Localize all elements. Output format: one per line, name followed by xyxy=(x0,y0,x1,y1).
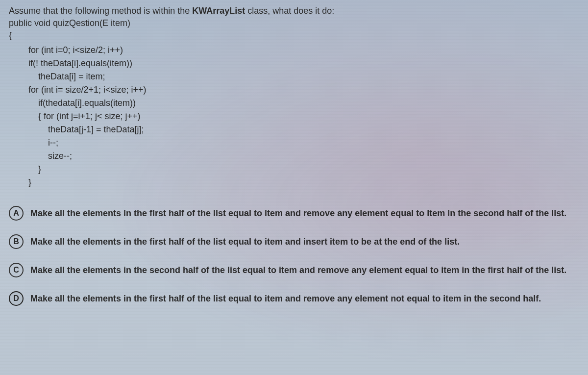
option-text: Make all the elements in the second half… xyxy=(30,264,566,276)
option-letter-circle: C xyxy=(9,263,24,277)
option-text: Make all the elements in the first half … xyxy=(30,293,541,304)
prompt-prefix: Assume that the following method is with… xyxy=(9,6,192,16)
option-text: Make all the elements in the first half … xyxy=(30,236,460,248)
option-text: Make all the elements in the first half … xyxy=(30,207,566,219)
option-letter-circle: B xyxy=(9,234,24,249)
code-line: size--; xyxy=(9,150,579,163)
option-c[interactable]: C Make all the elements in the second ha… xyxy=(9,258,579,282)
question-prompt: Assume that the following method is with… xyxy=(9,6,579,16)
option-letter: B xyxy=(13,237,19,246)
code-line: } xyxy=(9,163,579,176)
option-letter: C xyxy=(13,266,19,275)
option-letter-circle: D xyxy=(9,291,24,306)
method-signature: public void quizQestion(E item) xyxy=(9,18,579,28)
code-line: theData[i] = item; xyxy=(9,70,579,83)
code-block: for (int i=0; i<size/2; i++) if(! theDat… xyxy=(9,44,579,189)
code-line: } xyxy=(9,176,579,189)
quiz-container: Assume that the following method is with… xyxy=(9,6,579,311)
class-name: KWArrayList xyxy=(192,6,245,16)
option-b[interactable]: B Make all the elements in the first hal… xyxy=(9,229,579,254)
brace-open: { xyxy=(9,30,579,41)
code-line: if(thedata[i].equals(item)) xyxy=(9,97,579,110)
code-line: i--; xyxy=(9,136,579,150)
options-list: A Make all the elements in the first hal… xyxy=(9,201,579,311)
option-letter-circle: A xyxy=(9,206,24,221)
option-letter: D xyxy=(13,294,19,303)
code-line: { for (int j=i+1; j< size; j++) xyxy=(9,110,579,123)
option-d[interactable]: D Make all the elements in the first hal… xyxy=(9,286,579,311)
code-line: for (int i=0; i<size/2; i++) xyxy=(9,44,579,57)
code-line: theData[j-1] = theData[j]; xyxy=(9,123,579,136)
code-line: for (int i= size/2+1; i<size; i++) xyxy=(9,83,579,97)
option-letter: A xyxy=(13,209,19,218)
option-a[interactable]: A Make all the elements in the first hal… xyxy=(9,201,579,225)
prompt-suffix: class, what does it do: xyxy=(245,6,334,16)
code-line: if(! theData[i].equals(item)) xyxy=(9,57,579,70)
